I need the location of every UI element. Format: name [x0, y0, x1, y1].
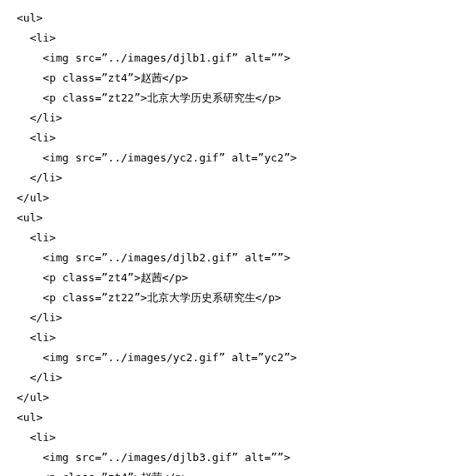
code-line: <img src=”../images/djlb3.gif” alt=””>	[17, 448, 452, 468]
code-line: <img src=”../images/djlb1.gif” alt=””>	[17, 48, 452, 68]
code-line: </li>	[17, 108, 452, 128]
code-block: <ul> <li> <img src=”../images/djlb1.gif”…	[0, 0, 452, 476]
code-line: <ul>	[17, 408, 452, 428]
code-line: </li>	[17, 308, 452, 328]
code-line: <p class=”zt4”>赵茜</p>	[17, 68, 452, 88]
code-line: <img src=”../images/yc2.gif” alt=”yc2”>	[17, 148, 452, 168]
code-line: <img src=”../images/yc2.gif” alt=”yc2”>	[17, 348, 452, 368]
code-line: </ul>	[17, 388, 452, 408]
code-line: <p class=”zt22”>北京大学历史系研究生</p>	[17, 88, 452, 108]
code-line: <li>	[17, 228, 452, 248]
code-line: </li>	[17, 368, 452, 388]
code-line: <li>	[17, 128, 452, 148]
code-line: <p class=”zt4”>赵茜</p>	[17, 468, 452, 476]
code-line: <li>	[17, 28, 452, 48]
code-line: <img src=”../images/djlb2.gif” alt=””>	[17, 248, 452, 268]
code-line: <li>	[17, 428, 452, 448]
code-line: <ul>	[17, 208, 452, 228]
code-line: <p class=”zt4”>赵茜</p>	[17, 268, 452, 288]
code-line: </ul>	[17, 188, 452, 208]
code-line: <li>	[17, 328, 452, 348]
code-line: <p class=”zt22”>北京大学历史系研究生</p>	[17, 288, 452, 308]
code-line: <ul>	[17, 8, 452, 28]
code-line: </li>	[17, 168, 452, 188]
